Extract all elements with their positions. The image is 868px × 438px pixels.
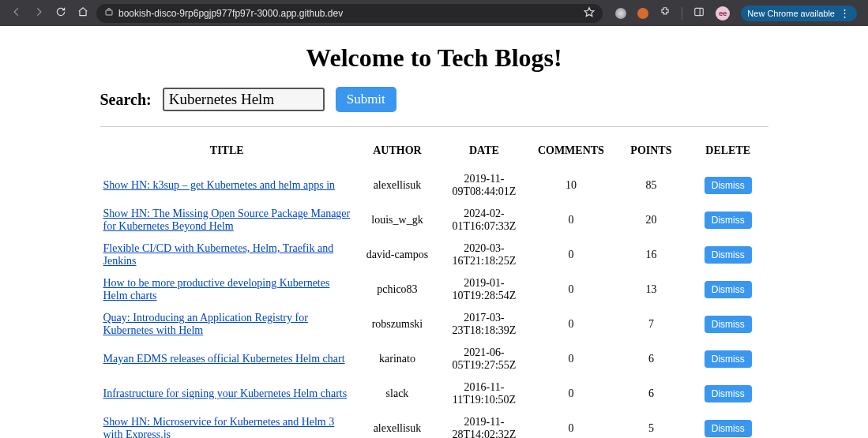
cell-points: 5 xyxy=(614,411,688,438)
svg-marker-1 xyxy=(584,8,594,17)
cell-comments: 0 xyxy=(528,203,614,238)
results-table: TITLE AUTHOR DATE COMMENTS POINTS DELETE… xyxy=(100,138,768,438)
cell-date: 2019-01-10T19:28:54Z xyxy=(441,272,528,307)
back-icon[interactable] xyxy=(11,6,22,20)
cell-author: louis_w_gk xyxy=(354,203,441,238)
cell-delete: Dismiss xyxy=(688,307,768,342)
cell-author: slack xyxy=(354,376,441,411)
article-link[interactable]: Flexible CI/CD with Kubernetes, Helm, Tr… xyxy=(103,242,334,267)
divider xyxy=(100,126,768,127)
cell-title: Show HN: The Missing Open Source Package… xyxy=(100,203,354,238)
svg-rect-0 xyxy=(106,10,112,15)
table-row: Show HN: Microservice for Kubernetes and… xyxy=(100,411,768,438)
site-info-icon[interactable] xyxy=(104,7,114,19)
url-text: bookish-disco-9rp6pgjp977fp97r-3000.app.… xyxy=(118,8,343,19)
article-link[interactable]: How to be more productive developing Kub… xyxy=(103,277,330,301)
col-comments: COMMENTS xyxy=(528,138,614,168)
cell-points: 7 xyxy=(614,307,688,342)
cell-comments: 0 xyxy=(528,411,614,438)
dismiss-button[interactable]: Dismiss xyxy=(705,350,752,368)
new-chrome-label: New Chrome available xyxy=(747,9,835,18)
cell-points: 16 xyxy=(614,238,688,272)
article-link[interactable]: Quay: Introducing an Application Registr… xyxy=(103,312,308,336)
article-link[interactable]: Mayan EDMS releases official Kubernetes … xyxy=(103,353,345,365)
cell-title: Infrastructure for signing your Kubernet… xyxy=(100,376,354,411)
cell-author: karinato xyxy=(354,342,441,376)
dismiss-button[interactable]: Dismiss xyxy=(705,246,752,264)
article-link[interactable]: Show HN: k3sup – get Kubernetes and helm… xyxy=(103,179,336,191)
submit-button[interactable]: Submit xyxy=(336,87,396,112)
table-row: Flexible CI/CD with Kubernetes, Helm, Tr… xyxy=(100,238,768,272)
dismiss-button[interactable]: Dismiss xyxy=(705,177,752,194)
dismiss-button[interactable]: Dismiss xyxy=(705,281,752,298)
cell-author: alexellisuk xyxy=(354,411,441,438)
dismiss-button[interactable]: Dismiss xyxy=(705,212,752,229)
cell-comments: 0 xyxy=(528,307,614,342)
article-link[interactable]: Infrastructure for signing your Kubernet… xyxy=(103,387,348,399)
search-label: Search: xyxy=(100,91,152,109)
cell-comments: 0 xyxy=(528,342,614,376)
cell-date: 2016-11-11T19:10:50Z xyxy=(441,376,528,411)
cell-delete: Dismiss xyxy=(688,168,768,203)
profile-avatar[interactable]: ee xyxy=(716,6,730,21)
panel-icon[interactable] xyxy=(693,6,705,20)
cell-points: 20 xyxy=(614,203,688,238)
cell-delete: Dismiss xyxy=(688,411,768,438)
bookmark-star-icon[interactable] xyxy=(584,6,595,20)
cell-comments: 0 xyxy=(528,272,614,307)
cell-author: robszumski xyxy=(354,307,441,342)
cell-comments: 0 xyxy=(528,238,614,272)
cell-delete: Dismiss xyxy=(688,238,768,272)
cell-title: How to be more productive developing Kub… xyxy=(100,272,354,307)
table-row: Show HN: The Missing Open Source Package… xyxy=(100,203,768,238)
cell-comments: 10 xyxy=(528,168,614,203)
cell-title: Mayan EDMS releases official Kubernetes … xyxy=(100,342,354,376)
browser-toolbar: bookish-disco-9rp6pgjp977fp97r-3000.app.… xyxy=(0,0,868,26)
article-link[interactable]: Show HN: The Missing Open Source Package… xyxy=(103,208,351,232)
search-form: Search: Submit xyxy=(100,87,768,112)
address-bar[interactable]: bookish-disco-9rp6pgjp977fp97r-3000.app.… xyxy=(96,4,603,23)
cell-author: david-campos xyxy=(354,238,441,272)
article-link[interactable]: Show HN: Microservice for Kubernetes and… xyxy=(103,416,335,438)
page-title: Welcome to Tech Blogs! xyxy=(100,43,768,73)
cell-author: pchico83 xyxy=(354,272,441,307)
cell-date: 2019-11-28T14:02:32Z xyxy=(441,411,528,438)
cell-date: 2021-06-05T19:27:55Z xyxy=(441,342,528,376)
home-icon[interactable] xyxy=(77,6,88,20)
dismiss-button[interactable]: Dismiss xyxy=(705,316,752,333)
dismiss-button[interactable]: Dismiss xyxy=(705,385,752,402)
table-row: Show HN: k3sup – get Kubernetes and helm… xyxy=(100,168,768,203)
separator xyxy=(682,7,682,20)
extensions-puzzle-icon[interactable] xyxy=(659,6,671,20)
table-row: How to be more productive developing Kub… xyxy=(100,272,768,307)
cell-date: 2024-02-01T16:07:33Z xyxy=(441,203,528,238)
col-date: DATE xyxy=(441,138,528,168)
cell-date: 2019-11-09T08:44:01Z xyxy=(441,168,528,203)
table-row: Quay: Introducing an Application Registr… xyxy=(100,307,768,342)
new-chrome-badge[interactable]: New Chrome available ⋮ xyxy=(741,6,857,21)
page-content: Welcome to Tech Blogs! Search: Submit TI… xyxy=(91,43,778,438)
nav-icon-group xyxy=(6,6,88,20)
cell-comments: 0 xyxy=(528,376,614,411)
table-header-row: TITLE AUTHOR DATE COMMENTS POINTS DELETE xyxy=(100,138,768,168)
extension-icon[interactable] xyxy=(615,8,626,19)
cell-delete: Dismiss xyxy=(688,272,768,307)
search-input[interactable] xyxy=(163,88,325,111)
col-author: AUTHOR xyxy=(354,138,441,168)
cell-title: Show HN: Microservice for Kubernetes and… xyxy=(100,411,354,438)
col-points: POINTS xyxy=(614,138,688,168)
dismiss-button[interactable]: Dismiss xyxy=(705,420,752,437)
cell-points: 6 xyxy=(614,376,688,411)
svg-rect-2 xyxy=(695,8,704,15)
cell-author: alexellisuk xyxy=(354,168,441,203)
extension-icon[interactable] xyxy=(637,8,648,19)
cell-points: 13 xyxy=(614,272,688,307)
reload-icon[interactable] xyxy=(55,6,66,20)
cell-date: 2017-03-23T18:18:39Z xyxy=(441,307,528,342)
cell-delete: Dismiss xyxy=(688,203,768,238)
page-viewport[interactable]: Welcome to Tech Blogs! Search: Submit TI… xyxy=(0,26,868,438)
cell-delete: Dismiss xyxy=(688,376,768,411)
cell-points: 6 xyxy=(614,342,688,376)
cell-points: 85 xyxy=(614,168,688,203)
cell-title: Flexible CI/CD with Kubernetes, Helm, Tr… xyxy=(100,238,354,272)
